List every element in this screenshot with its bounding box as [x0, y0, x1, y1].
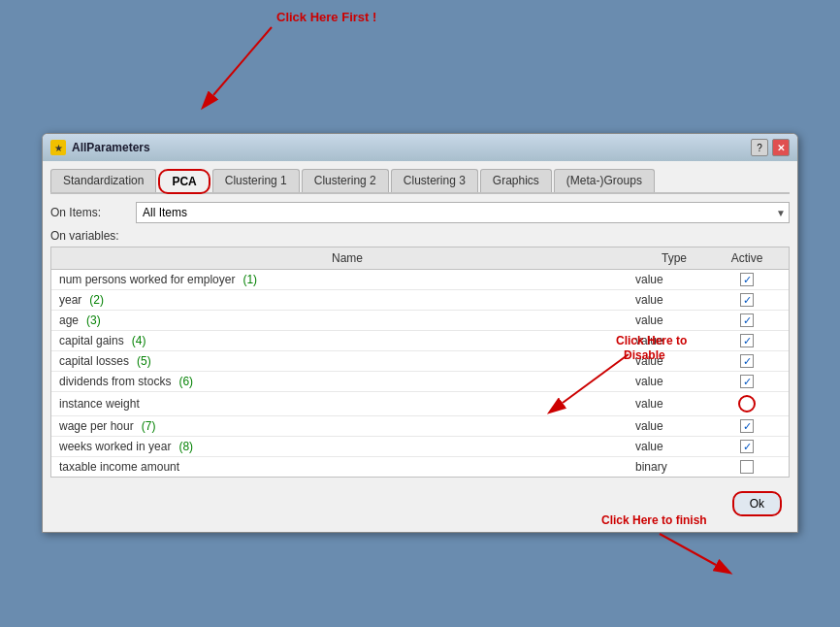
active-checkbox[interactable]	[740, 440, 754, 453]
table-row: age(3)value	[51, 311, 789, 331]
footer: Ok	[50, 487, 790, 524]
var-name: capital losses	[59, 354, 129, 368]
cell-active	[713, 354, 781, 368]
active-checkbox[interactable]	[740, 354, 754, 368]
tab-clustering1[interactable]: Clustering 1	[212, 169, 300, 192]
tab-clustering3[interactable]: Clustering 3	[391, 169, 478, 192]
cell-active	[713, 460, 781, 474]
cell-active	[713, 334, 781, 347]
table-row: capital gains(4)value	[51, 331, 789, 351]
var-name: wage per hour	[59, 419, 134, 433]
var-name: capital gains	[59, 334, 124, 347]
table-row: taxable income amountbinary	[51, 457, 789, 477]
table-row: weeks worked in year(8)value	[51, 437, 789, 457]
cell-active	[713, 293, 781, 307]
active-checkbox[interactable]	[740, 419, 754, 433]
items-dropdown-container: All Items ▼	[136, 202, 790, 223]
col-header-name: Name	[59, 251, 635, 265]
var-number: (2)	[89, 293, 104, 307]
active-checkbox[interactable]	[738, 395, 756, 412]
cell-active	[713, 314, 781, 327]
var-number: (7)	[142, 419, 156, 433]
svg-line-6	[660, 534, 716, 565]
active-checkbox[interactable]	[740, 334, 754, 347]
var-name: year	[59, 293, 81, 307]
tab-graphics[interactable]: Graphics	[480, 169, 552, 192]
close-button[interactable]: ✕	[772, 139, 790, 156]
tab-bar: Standardization PCA Clustering 1 Cluster…	[50, 169, 790, 194]
active-checkbox[interactable]	[740, 375, 754, 388]
items-dropdown[interactable]: All Items	[136, 202, 790, 223]
table-row: instance weightvalue	[51, 392, 789, 416]
var-number: (4)	[132, 334, 146, 347]
table-row: num persons worked for employer(1)value	[51, 270, 789, 290]
var-number: (6)	[178, 375, 193, 388]
table-row: wage per hour(7)value	[51, 416, 789, 437]
cell-name: year(2)	[59, 293, 635, 307]
cell-type: value	[635, 354, 713, 368]
var-number: (1)	[242, 273, 257, 286]
var-name: num persons worked for employer	[59, 273, 235, 286]
cell-name: instance weight	[59, 397, 635, 411]
on-items-label: On Items:	[50, 206, 128, 219]
main-window: ★ AllParameters ? ✕ Standardization PCA …	[42, 133, 798, 533]
cell-name: weeks worked in year(8)	[59, 440, 635, 453]
cell-active	[713, 375, 781, 388]
cell-active	[713, 273, 781, 286]
active-checkbox[interactable]	[740, 293, 754, 307]
cell-type: value	[635, 314, 713, 327]
table-header: Name Type Active	[51, 248, 789, 270]
cell-active	[713, 440, 781, 453]
on-variables-label: On variables:	[50, 229, 790, 243]
cell-name: num persons worked for employer(1)	[59, 273, 635, 286]
ok-button[interactable]: Ok	[732, 491, 782, 516]
active-checkbox[interactable]	[740, 314, 754, 327]
var-name: weeks worked in year	[59, 440, 171, 453]
cell-type: value	[635, 375, 713, 388]
table-row: year(2)value	[51, 290, 789, 311]
cell-name: wage per hour(7)	[59, 419, 635, 433]
var-name: age	[59, 314, 79, 327]
var-number: (3)	[86, 314, 101, 327]
cell-type: binary	[635, 460, 713, 474]
var-name: taxable income amount	[59, 460, 179, 474]
cell-type: value	[635, 397, 713, 411]
cell-type: value	[635, 273, 713, 286]
variables-table: Name Type Active num persons worked for …	[50, 247, 790, 478]
cell-name: dividends from stocks(6)	[59, 375, 635, 388]
window-icon: ★	[50, 140, 66, 155]
var-number: (8)	[178, 440, 193, 453]
cell-name: capital gains(4)	[59, 334, 635, 347]
var-name: dividends from stocks	[59, 375, 171, 388]
table-row: capital losses(5)value	[51, 351, 789, 372]
col-header-active: Active	[713, 251, 781, 265]
cell-type: value	[635, 419, 713, 433]
cell-name: taxable income amount	[59, 460, 635, 474]
cell-active	[713, 395, 781, 412]
tab-pca[interactable]: PCA	[158, 169, 210, 194]
tab-meta-groups[interactable]: (Meta-)Groups	[554, 169, 655, 192]
table-row: dividends from stocks(6)value	[51, 372, 789, 392]
on-items-row: On Items: All Items ▼	[50, 202, 790, 223]
title-bar: ★ AllParameters ? ✕	[43, 134, 797, 161]
cell-type: value	[635, 293, 713, 307]
cell-name: age(3)	[59, 314, 635, 327]
var-number: (5)	[137, 354, 151, 368]
active-checkbox[interactable]	[740, 273, 754, 286]
tab-clustering2[interactable]: Clustering 2	[302, 169, 389, 192]
cell-name: capital losses(5)	[59, 354, 635, 368]
active-checkbox[interactable]	[740, 460, 754, 474]
svg-text:Click Here First !: Click Here First !	[276, 10, 376, 24]
col-header-type: Type	[635, 251, 713, 265]
help-button[interactable]: ?	[751, 139, 768, 156]
tab-standardization[interactable]: Standardization	[50, 169, 156, 192]
window-title: AllParameters	[72, 141, 150, 154]
cell-type: value	[635, 334, 713, 347]
cell-type: value	[635, 440, 713, 453]
svg-line-1	[213, 27, 272, 95]
cell-active	[713, 419, 781, 433]
var-name: instance weight	[59, 397, 140, 411]
